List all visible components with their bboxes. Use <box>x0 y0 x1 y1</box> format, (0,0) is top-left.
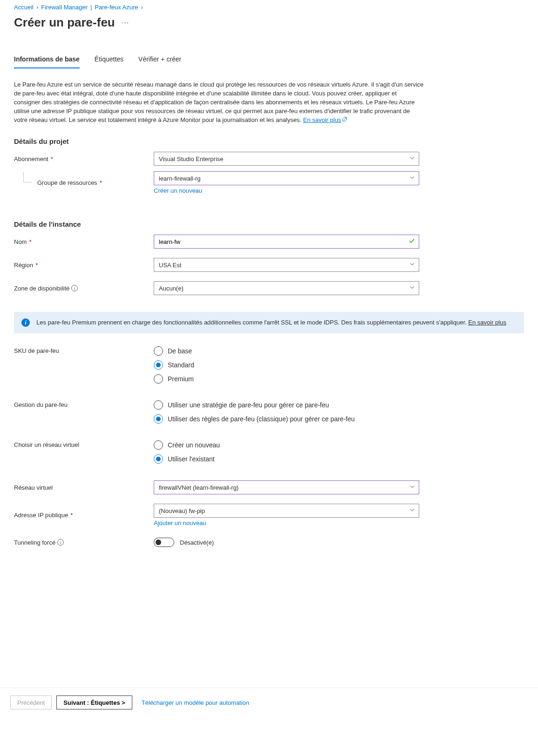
chevron-down-icon <box>409 262 415 269</box>
tab-basics[interactable]: Informations de base <box>14 55 80 68</box>
label-forced-tunneling: Tunneling forcé <box>14 539 55 546</box>
subscription-select[interactable]: Visual Studio Enterprise <box>154 152 419 166</box>
download-template-link[interactable]: Télécharger un modèle pour automation <box>142 699 249 706</box>
vnet-create-radio[interactable]: Créer un nouveau <box>154 440 419 450</box>
label-firewall-management: Gestion du pare-feu <box>14 401 68 408</box>
create-resource-group-link[interactable]: Créer un nouveau <box>154 187 202 194</box>
sku-premium-radio[interactable]: Premium <box>154 374 419 384</box>
info-icon: i <box>21 318 30 327</box>
chevron-right-icon: › <box>141 4 143 11</box>
chevron-right-icon: › <box>36 4 38 11</box>
chevron-down-icon <box>409 175 415 182</box>
tab-review[interactable]: Vérifier + créer <box>138 55 181 68</box>
name-input[interactable] <box>159 238 406 245</box>
checkmark-icon <box>409 238 415 246</box>
label-region: Région <box>14 262 33 269</box>
previous-button: Précédent <box>10 695 52 709</box>
footer: Précédent Suivant : Étiquettes > Télécha… <box>0 688 538 717</box>
next-button[interactable]: Suivant : Étiquettes > <box>56 695 132 709</box>
label-name: Nom <box>14 238 27 245</box>
label-choose-vnet: Choisir un réseau virtuel <box>14 441 79 448</box>
info-icon[interactable]: i <box>71 285 78 291</box>
more-icon[interactable]: ··· <box>122 19 129 27</box>
tab-tags[interactable]: Étiquettes <box>95 55 123 68</box>
premium-infobox: i Les pare-feu Premium prennent en charg… <box>14 312 524 333</box>
sku-basic-radio[interactable]: De base <box>154 346 419 356</box>
public-ip-select[interactable]: (Nouveau) fw-pip <box>154 504 419 518</box>
label-public-ip: Adresse IP publique <box>14 512 68 519</box>
forced-tunneling-toggle[interactable] <box>154 538 174 547</box>
resource-group-select[interactable]: learn-firewall-rg <box>154 171 419 185</box>
breadcrumb-home[interactable]: Accueil <box>14 4 34 11</box>
learn-more-link[interactable]: En savoir plus <box>303 116 348 123</box>
vnet-radio-group: Créer un nouveau Utiliser l'existant <box>154 440 419 464</box>
vnet-existing-radio[interactable]: Utiliser l'existant <box>154 454 419 464</box>
label-resource-group: Groupe de ressources <box>37 179 97 186</box>
premium-learn-more-link[interactable]: En savoir plus <box>468 319 506 326</box>
section-project-details: Détails du projet <box>14 137 524 145</box>
add-new-pip-link[interactable]: Ajouter un nouveau <box>154 520 206 526</box>
name-input-wrapper <box>154 235 419 249</box>
page-title: Créer un pare-feu <box>14 15 115 30</box>
chevron-down-icon <box>409 155 415 162</box>
tabs: Informations de base Étiquettes Vérifier… <box>14 55 524 69</box>
virtual-network-select[interactable]: firewallVNet (learn-firewall-rg) <box>154 480 419 494</box>
breadcrumb: Accueil › Firewall Manager | Pare-feux A… <box>14 4 524 11</box>
intro-text: Le Pare-feu Azure est un service de sécu… <box>14 80 424 124</box>
toggle-state-label: Désactivé(e) <box>180 539 214 546</box>
pipe-sep: | <box>90 4 92 11</box>
mgmt-classic-radio[interactable]: Utiliser des règles de pare-feu (classiq… <box>154 414 419 424</box>
sku-radio-group: De base Standard Premium <box>154 346 419 384</box>
mgmt-policy-radio[interactable]: Utiliser une stratégie de pare-feu pour … <box>154 400 419 410</box>
chevron-down-icon <box>409 507 415 514</box>
mgmt-radio-group: Utiliser une stratégie de pare-feu pour … <box>154 400 419 424</box>
availability-zone-select[interactable]: Aucun(e) <box>154 281 419 295</box>
external-link-icon <box>342 115 347 124</box>
label-virtual-network: Réseau virtuel <box>14 484 53 491</box>
chevron-down-icon <box>409 484 415 491</box>
section-instance-details: Détails de l'instance <box>14 220 524 228</box>
sku-standard-radio[interactable]: Standard <box>154 360 419 370</box>
breadcrumb-azure-firewalls[interactable]: Pare-feux Azure <box>95 4 138 11</box>
info-icon[interactable]: i <box>57 539 64 546</box>
label-firewall-sku: SKU de pare-feu <box>14 347 59 354</box>
chevron-down-icon <box>409 285 415 292</box>
breadcrumb-firewall-manager[interactable]: Firewall Manager <box>41 4 88 11</box>
region-select[interactable]: USA Est <box>154 258 419 272</box>
label-availability-zone: Zone de disponibilité <box>14 285 69 292</box>
label-subscription: Abonnement <box>14 155 48 162</box>
